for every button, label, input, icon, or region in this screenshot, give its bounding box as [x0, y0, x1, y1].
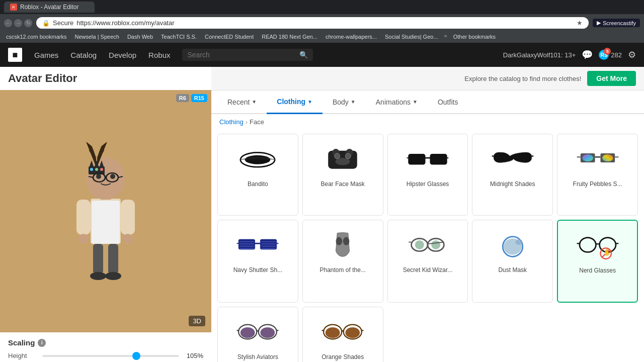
bookmark-connected[interactable]: ConnectED Student [203, 33, 256, 41]
item-phantom-img [317, 224, 368, 264]
bookmark-label: cscsk12.com bookmarks [6, 34, 66, 40]
svg-point-32 [335, 153, 340, 159]
svg-rect-6 [93, 244, 103, 274]
tab-clothing-label: Clothing [277, 98, 305, 106]
bookmark-dash[interactable]: Dash Web [125, 33, 155, 41]
svg-point-89 [326, 327, 340, 338]
item-hipster-label: Hipster Glasses [407, 180, 449, 188]
svg-rect-35 [430, 154, 446, 164]
item-orange[interactable]: Orange Shades [302, 307, 383, 362]
item-phantom[interactable]: Phantom of the... [302, 220, 383, 303]
svg-text:✋: ✋ [603, 248, 611, 256]
svg-point-27 [245, 155, 270, 164]
item-navy-img [232, 224, 283, 264]
item-nerd-img: ✋ [573, 225, 623, 265]
forward-button[interactable]: → [14, 19, 22, 27]
svg-rect-1 [92, 201, 120, 244]
tab-animations[interactable]: Animations ▼ [366, 90, 428, 113]
fruity-icon [575, 141, 620, 176]
r15-badge[interactable]: R15 [191, 94, 207, 102]
browser-tab[interactable]: R Roblox - Avatar Editor [4, 2, 95, 13]
nav-robux[interactable]: Robux [148, 51, 170, 59]
breadcrumb-separator: › [246, 118, 248, 126]
bookmark-read[interactable]: READ 180 Next Gen... [260, 33, 319, 41]
browser-bar: ← → ↻ 🔒 Secure https://www.roblox.com/my… [0, 14, 644, 32]
svg-rect-7 [108, 244, 118, 274]
items-grid: Bandito Bear Face Mask [211, 130, 644, 362]
browser-controls: ← → ↻ [4, 19, 32, 27]
search-bar: 🔍 [182, 49, 313, 61]
secret-icon [405, 227, 450, 262]
breadcrumb-current: Face [250, 118, 264, 126]
svg-point-8 [90, 272, 106, 280]
tab-clothing-chevron: ▼ [307, 99, 312, 105]
svg-point-9 [105, 272, 121, 280]
item-stylish-img [232, 311, 283, 351]
svg-point-90 [346, 327, 360, 338]
item-midnight[interactable]: Midnight Shades [472, 134, 553, 216]
height-slider[interactable] [42, 355, 179, 357]
back-button[interactable]: ← [4, 19, 12, 27]
scaling-section: Scaling i Height 105% Width 100% Head 10… [0, 332, 211, 362]
svg-point-65 [415, 240, 424, 249]
item-orange-img [317, 311, 368, 351]
nav-games[interactable]: Games [34, 51, 58, 59]
bookmark-cscsk12[interactable]: cscsk12.com bookmarks [4, 33, 68, 41]
bookmark-chrome[interactable]: chrome-wallpapers... [324, 33, 379, 41]
bookmark-teach[interactable]: TeachTCI S.S. [159, 33, 199, 41]
item-fruity[interactable]: Fruity Pebbles S... [557, 134, 638, 216]
item-stylish-label: Stylish Aviators [237, 353, 278, 360]
svg-point-13 [110, 174, 115, 179]
breadcrumb-parent[interactable]: Clothing [219, 118, 244, 126]
hipster-icon [405, 141, 450, 176]
item-bear-mask[interactable]: Bear Face Mask [302, 134, 383, 216]
bookmark-other[interactable]: Other bookmarks [451, 33, 498, 41]
height-value: 105% [183, 352, 203, 359]
chat-icon[interactable]: 💬 [582, 49, 593, 60]
search-icon[interactable]: 🔍 [299, 51, 308, 59]
item-stylish[interactable]: Stylish Aviators [217, 307, 298, 362]
scaling-title: Scaling i [8, 338, 203, 347]
url-text: https://www.roblox.com/my/avatar [76, 19, 174, 27]
roblox-logo[interactable]: ■ [8, 48, 22, 62]
tab-favicon: R [10, 4, 17, 11]
item-midnight-img [488, 138, 538, 178]
address-bar[interactable]: 🔒 Secure https://www.roblox.com/my/avata… [36, 17, 589, 29]
svg-point-82 [240, 327, 255, 338]
item-bandito[interactable]: Bandito [217, 134, 298, 216]
settings-icon[interactable]: ⚙ [628, 49, 636, 60]
tab-recent[interactable]: Recent ▼ [217, 90, 267, 113]
robux-icon[interactable]: R$ 5 [599, 50, 609, 60]
refresh-button[interactable]: ↻ [24, 19, 32, 27]
tab-body[interactable]: Body ▼ [323, 90, 366, 113]
svg-point-5 [123, 234, 133, 244]
bookmark-star-icon[interactable]: ★ [577, 19, 583, 27]
item-dust[interactable]: Dust Mask [472, 220, 553, 303]
bookmarks-overflow[interactable]: » [444, 33, 447, 41]
orange-icon [320, 314, 365, 349]
info-icon[interactable]: i [38, 339, 46, 347]
svg-point-4 [78, 234, 89, 244]
nav-develop[interactable]: Develop [109, 51, 136, 59]
bookmark-newsela[interactable]: Newsela | Speech [72, 33, 121, 41]
tab-outfits-label: Outfits [438, 98, 458, 106]
r6-badge[interactable]: R6 [176, 94, 189, 102]
item-bandito-img [232, 138, 283, 178]
item-hipster[interactable]: Hipster Glasses [387, 134, 468, 216]
bookmarks-bar: cscsk12.com bookmarks Newsela | Speech D… [0, 32, 644, 43]
svg-point-18 [90, 168, 93, 171]
get-more-button[interactable]: Get More [587, 71, 636, 86]
nav-catalog[interactable]: Catalog [70, 51, 97, 59]
item-bear-mask-label: Bear Face Mask [321, 180, 365, 188]
tab-clothing[interactable]: Clothing ▼ [267, 90, 323, 114]
svg-point-12 [96, 174, 101, 179]
item-secret[interactable]: Secret Kid Wizar... [387, 220, 468, 303]
search-input[interactable] [187, 51, 295, 59]
item-bandito-label: Bandito [248, 180, 268, 188]
item-nerd[interactable]: ✋ Nerd Glasses [557, 220, 638, 303]
svg-point-20 [100, 168, 103, 171]
item-navy[interactable]: Navy Shutter Sh... [217, 220, 298, 303]
item-phantom-label: Phantom of the... [320, 266, 366, 274]
bookmark-social[interactable]: Social Studies| Geo... [383, 33, 440, 41]
tab-outfits[interactable]: Outfits [428, 90, 468, 113]
